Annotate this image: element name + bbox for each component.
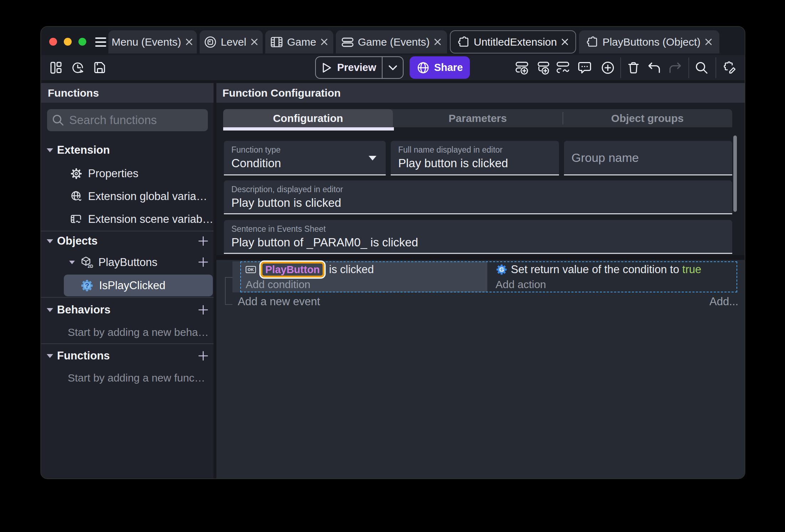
tab-game-events[interactable]: Game (Events) <box>336 30 447 53</box>
add-condition-link[interactable]: Add condition <box>246 278 311 291</box>
sidebar-item-properties[interactable]: Properties <box>70 165 138 181</box>
add-new-event-link[interactable]: Add a new event <box>238 295 320 308</box>
menu-icon[interactable] <box>95 37 106 47</box>
tab-game[interactable]: Game <box>265 30 333 53</box>
add-other-event-icon[interactable] <box>556 61 570 75</box>
tab-menu-events[interactable]: Menu (Events) <box>108 30 197 53</box>
traffic-minimize-button[interactable] <box>64 38 72 46</box>
tab-object-groups[interactable]: Object groups <box>563 109 732 127</box>
tab-label: PlayButtons (Object) <box>602 36 701 48</box>
chevron-down-icon[interactable] <box>47 354 53 358</box>
event-gutter[interactable] <box>232 261 240 292</box>
add-more-link[interactable]: Add... <box>709 295 738 308</box>
delete-icon[interactable] <box>626 61 641 75</box>
add-circle-icon[interactable] <box>601 61 615 75</box>
preview-dropdown-button[interactable] <box>383 65 403 71</box>
sidebar-section-extension[interactable]: Extension <box>57 142 110 158</box>
form-scrollbar[interactable] <box>733 135 737 212</box>
close-icon[interactable] <box>704 37 713 46</box>
active-tab-indicator <box>223 127 394 131</box>
action-text: Set return value of the condition to tru… <box>511 263 701 276</box>
sidebar-divider <box>41 343 214 344</box>
edit-extension-icon[interactable] <box>722 61 737 75</box>
tab-level[interactable]: Level <box>200 30 263 53</box>
event-tree-bracket <box>225 277 232 305</box>
tab-untitled-extension[interactable]: UntitledExtension <box>450 30 576 53</box>
preview-label: Preview <box>337 62 376 73</box>
configuration-panel-title: Function Configuration <box>222 87 341 99</box>
search-icon[interactable] <box>694 61 709 75</box>
add-object-function-button[interactable] <box>197 256 209 268</box>
search-input[interactable] <box>69 113 208 127</box>
tab-configuration[interactable]: Configuration <box>223 109 393 127</box>
traffic-zoom-button[interactable] <box>78 38 86 46</box>
preview-button-main[interactable]: Preview <box>316 62 382 73</box>
sidebar-section-objects[interactable]: Objects <box>57 233 98 249</box>
tab-label: Level <box>221 36 246 48</box>
tab-label: Menu (Events) <box>112 36 181 48</box>
full-name-field[interactable]: Full name displayed in editor Play butto… <box>391 141 559 175</box>
add-function-button[interactable] <box>197 350 209 362</box>
close-icon[interactable] <box>320 37 329 46</box>
extension-icon <box>457 35 470 49</box>
add-object-button[interactable] <box>197 235 209 247</box>
add-subevent-icon[interactable] <box>536 61 550 75</box>
project-manager-icon[interactable] <box>49 61 63 75</box>
chevron-down-icon[interactable] <box>69 261 75 264</box>
sidebar-item-isplayclicked[interactable]: ? IsPlayClicked <box>64 275 213 296</box>
function-configuration-form: Configuration Parameters Object groups F… <box>216 103 745 260</box>
form-bottom-edge <box>216 255 745 260</box>
behaviors-empty-text: Start by adding a new beha… <box>68 324 209 340</box>
undo-icon[interactable] <box>647 61 661 75</box>
film-icon <box>270 35 283 49</box>
tab-parameters[interactable]: Parameters <box>393 109 563 127</box>
toolbar-divider <box>715 57 716 78</box>
chevron-down-icon[interactable] <box>47 308 53 312</box>
sidebar-item-extension-global-variables[interactable]: Extension global varia… <box>70 188 207 204</box>
sidebar-divider <box>41 231 214 231</box>
chevron-down-icon[interactable] <box>47 148 53 152</box>
sidebar-section-functions[interactable]: Functions <box>57 348 110 364</box>
toolbar-divider <box>688 57 689 78</box>
close-icon[interactable] <box>185 37 194 46</box>
action-value-true: true <box>682 263 701 276</box>
close-icon[interactable] <box>433 37 442 46</box>
save-icon[interactable] <box>93 61 107 75</box>
add-event-icon[interactable] <box>515 61 529 75</box>
sidebar-item-playbuttons[interactable]: 2D PlayButtons <box>69 254 157 270</box>
selected-parameter-playbutton[interactable]: PlayButton <box>261 262 324 277</box>
share-label: Share <box>434 62 463 73</box>
functions-empty-text: Start by adding a new func… <box>68 370 205 386</box>
chevron-down-icon[interactable] <box>47 239 53 243</box>
functions-panel-header: Functions <box>41 83 214 103</box>
scene-variables-icon-row[interactable]: Extension scene variab… <box>70 211 214 227</box>
history-icon[interactable] <box>71 61 85 75</box>
add-action-link[interactable]: Add action <box>496 278 546 291</box>
main-toolbar: Preview Share <box>41 55 745 80</box>
scene-variables-icon <box>70 213 82 225</box>
function-type-select[interactable]: Function type Condition <box>224 141 386 175</box>
close-icon[interactable] <box>560 37 569 46</box>
window-tab-bar: Menu (Events) Level <box>41 27 745 55</box>
description-field[interactable]: Description, displayed in editor Play bu… <box>224 180 732 214</box>
action-row[interactable]: G Set return value of the condition to t… <box>496 262 701 277</box>
sentence-field[interactable]: Sentence in Events Sheet Play button of … <box>224 220 732 254</box>
tab-playbuttons-object[interactable]: PlayButtons (Object) <box>579 30 719 53</box>
share-button[interactable]: Share <box>410 56 470 79</box>
redo-icon[interactable] <box>668 61 682 75</box>
group-name-field[interactable]: Group name <box>564 141 732 175</box>
traffic-close-button[interactable] <box>49 38 57 46</box>
close-icon[interactable] <box>250 37 259 46</box>
comment-icon[interactable] <box>578 61 592 75</box>
preview-button[interactable]: Preview <box>315 56 404 79</box>
object-2d-icon: 2D <box>80 256 93 269</box>
search-icon <box>52 114 65 127</box>
globe-variables-icon <box>70 190 82 203</box>
add-behavior-button[interactable] <box>197 304 209 316</box>
tab-label: Game <box>287 36 316 48</box>
svg-text:?: ? <box>85 282 89 290</box>
functions-panel-title: Functions <box>48 87 99 99</box>
sidebar-section-behaviors[interactable]: Behaviors <box>57 302 111 318</box>
button-object-icon: OK <box>246 266 256 273</box>
condition-row[interactable]: OK PlayButton is clicked <box>246 262 374 277</box>
